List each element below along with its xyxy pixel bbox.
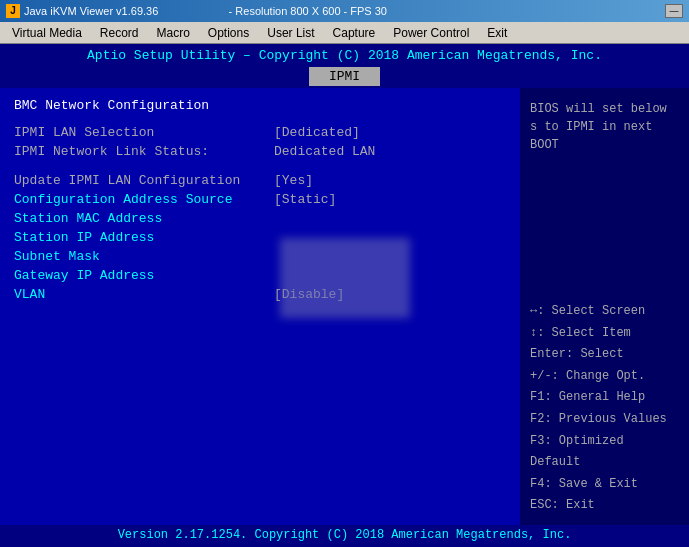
label-config-address-source: Configuration Address Source [14,192,274,207]
row-station-ip: Station IP Address [14,230,506,245]
title-bar-controls: — [665,4,683,18]
menu-bar: Virtual Media Record Macro Options User … [0,22,689,44]
bios-header: Aptio Setup Utility – Copyright (C) 2018… [0,44,689,65]
label-station-mac: Station MAC Address [14,211,274,226]
row-subnet-mask: Subnet Mask [14,249,506,264]
app-icon: J [6,4,20,18]
key-enter: Enter: Select [530,344,679,366]
menu-record[interactable]: Record [92,24,147,42]
row-station-mac: Station MAC Address [14,211,506,226]
label-network-link-status: IPMI Network Link Status: [14,144,274,159]
key-f3: F3: Optimized Default [530,431,679,474]
menu-exit[interactable]: Exit [479,24,515,42]
tab-bar: IPMI [0,65,689,88]
label-gateway-ip: Gateway IP Address [14,268,274,283]
bios-footer: Version 2.17.1254. Copyright (C) 2018 Am… [0,525,689,547]
row-ipmi-lan-selection: IPMI LAN Selection [Dedicated] [14,125,506,140]
key-select-item: ↕: Select Item [530,323,679,345]
left-panel: BMC Network Configuration IPMI LAN Selec… [0,88,520,525]
key-f2: F2: Previous Values [530,409,679,431]
value-config-address-source: [Static] [274,192,336,207]
redacted-area [280,238,410,318]
help-text: BIOS will set below s to IPMI in next BO… [530,96,679,154]
bios-content: BMC Network Configuration IPMI LAN Selec… [0,88,689,525]
label-station-ip: Station IP Address [14,230,274,245]
title-bar-text: Java iKVM Viewer v1.69.36 - Resolution 8… [24,5,387,17]
menu-capture[interactable]: Capture [325,24,384,42]
key-help: ↔: Select Screen ↕: Select Item Enter: S… [530,301,679,517]
row-vlan: VLAN [Disable] [14,287,506,302]
title-bar: J Java iKVM Viewer v1.69.36 - Resolution… [0,0,689,22]
menu-options[interactable]: Options [200,24,257,42]
section-title: BMC Network Configuration [14,98,506,113]
row-gateway-ip: Gateway IP Address [14,268,506,283]
value-ipmi-lan-selection: [Dedicated] [274,125,360,140]
title-bar-left: J Java iKVM Viewer v1.69.36 - Resolution… [6,4,387,18]
label-update-ipmi-lan: Update IPMI LAN Configuration [14,173,274,188]
label-subnet-mask: Subnet Mask [14,249,274,264]
menu-power-control[interactable]: Power Control [385,24,477,42]
bios-window: Aptio Setup Utility – Copyright (C) 2018… [0,44,689,547]
key-esc: ESC: Exit [530,495,679,517]
minimize-button[interactable]: — [665,4,683,18]
menu-user-list[interactable]: User List [259,24,322,42]
menu-virtual-media[interactable]: Virtual Media [4,24,90,42]
value-network-link-status: Dedicated LAN [274,144,375,159]
key-select-screen: ↔: Select Screen [530,301,679,323]
tab-ipmi[interactable]: IPMI [309,67,380,86]
row-update-ipmi-lan: Update IPMI LAN Configuration [Yes] [14,173,506,188]
key-change-opt: +/-: Change Opt. [530,366,679,388]
key-f1: F1: General Help [530,387,679,409]
row-network-link-status: IPMI Network Link Status: Dedicated LAN [14,144,506,159]
label-ipmi-lan-selection: IPMI LAN Selection [14,125,274,140]
key-f4: F4: Save & Exit [530,474,679,496]
menu-macro[interactable]: Macro [149,24,198,42]
value-update-ipmi-lan: [Yes] [274,173,313,188]
row-config-address-source: Configuration Address Source [Static] [14,192,506,207]
label-vlan: VLAN [14,287,274,302]
right-panel: BIOS will set below s to IPMI in next BO… [520,88,689,525]
